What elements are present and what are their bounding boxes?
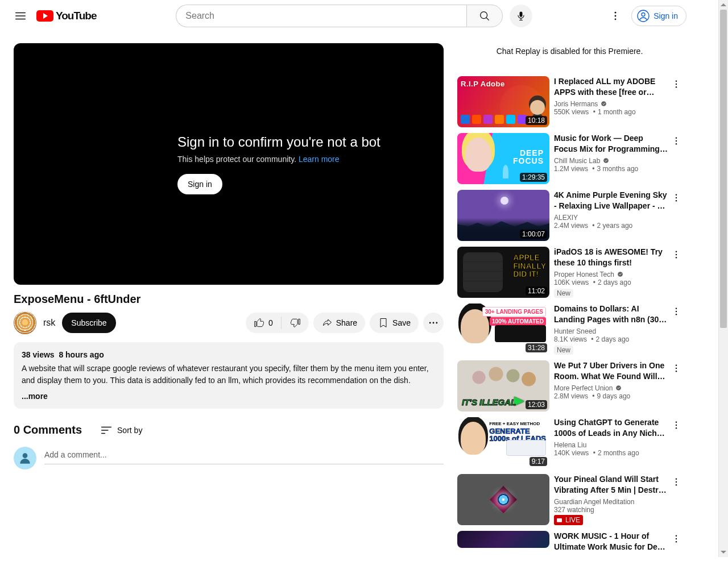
reco-channel[interactable]: Joris Hermans: [554, 100, 668, 108]
reco-meta: 550K views 1 month ago: [554, 108, 668, 116]
settings-kebab-button[interactable]: [604, 5, 627, 27]
player-bot-check: Sign in to confirm you're not a bot This…: [177, 134, 380, 194]
svg-point-20: [676, 197, 677, 198]
recommendation-item[interactable]: 11:02iPadOS 18 is AWESOME! Try these 10 …: [457, 247, 682, 298]
svg-point-3: [615, 15, 617, 17]
reco-channel[interactable]: Helena Liu: [554, 441, 668, 449]
reco-title: iPadOS 18 is AWESOME! Try these 10 thing…: [554, 247, 668, 268]
svg-point-11: [602, 101, 607, 106]
svg-point-12: [676, 81, 677, 82]
reco-channel[interactable]: Hunter Sneed: [554, 327, 668, 335]
save-button[interactable]: Save: [370, 313, 419, 333]
kebab-icon: [671, 534, 681, 544]
recommendation-item[interactable]: Your Pineal Gland Will Start Vibrating A…: [457, 474, 682, 525]
scroll-up-button[interactable]: [719, 0, 728, 10]
sort-button[interactable]: Sort by: [100, 424, 142, 436]
recommendation-item[interactable]: 1:29:35Music for Work — Deep Focus Mix f…: [457, 133, 682, 184]
reco-kebab-button[interactable]: [669, 134, 683, 148]
kebab-icon: [671, 250, 681, 260]
channel-name[interactable]: rsk: [43, 318, 55, 328]
reco-channel[interactable]: Chill Music Lab: [554, 157, 668, 165]
thumbnail[interactable]: 1:29:35: [457, 133, 549, 184]
reco-kebab-button[interactable]: [669, 418, 683, 432]
scrollbar[interactable]: [718, 0, 728, 557]
reco-title: I Replaced ALL my ADOBE APPS with these …: [554, 76, 668, 98]
svg-point-15: [604, 158, 609, 163]
svg-point-39: [676, 535, 677, 537]
recommendation-item[interactable]: WORK MUSIC - 1 Hour of Ultimate Work Mus…: [457, 531, 682, 555]
signin-label: Sign in: [653, 11, 678, 20]
recommendation-item[interactable]: 30+ LANDING PAGES100% AUTOMATED31:28Doma…: [457, 304, 682, 355]
reco-title: Your Pineal Gland Will Start Vibrating A…: [554, 474, 668, 496]
reco-meta: 2.8M views 9 days ago: [554, 392, 668, 400]
description-more-button[interactable]: ...more: [22, 390, 48, 402]
reco-channel[interactable]: Guardian Angel Meditation: [554, 498, 668, 506]
voice-search-button[interactable]: [510, 5, 532, 27]
reco-kebab-button[interactable]: [669, 77, 683, 91]
thumbnail[interactable]: 30+ LANDING PAGES100% AUTOMATED31:28: [457, 304, 549, 355]
reco-kebab-button[interactable]: [669, 248, 683, 261]
hamburger-menu-button[interactable]: [9, 5, 32, 27]
like-button[interactable]: 0: [246, 313, 281, 333]
reco-channel[interactable]: ALEXIY: [554, 214, 668, 222]
channel-avatar[interactable]: [14, 311, 36, 334]
duration-badge: 10:18: [526, 116, 547, 125]
reco-kebab-button[interactable]: [669, 475, 683, 489]
recommendation-item[interactable]: 12:03We Put 7 Uber Drivers in One Room. …: [457, 360, 682, 411]
thumbnail[interactable]: 10:18: [457, 76, 549, 127]
reco-meta: 8.1K views 2 days ago: [554, 335, 668, 343]
more-actions-button[interactable]: [423, 313, 444, 333]
svg-point-10: [23, 454, 28, 459]
svg-point-7: [429, 322, 431, 324]
video-player[interactable]: Sign in to confirm you're not a bot This…: [14, 43, 444, 285]
kebab-icon: [671, 477, 681, 487]
reco-kebab-button[interactable]: [669, 532, 683, 546]
premiere-note: Chat Replay is disabled for this Premier…: [457, 43, 682, 76]
recommendation-item[interactable]: FREE + EASY METHODGENERATE1000s of LEADS…: [457, 417, 682, 468]
reco-kebab-button[interactable]: [669, 361, 683, 375]
svg-point-24: [676, 254, 677, 255]
thumbnail[interactable]: [457, 474, 549, 525]
description-box[interactable]: 38 views 8 hours ago A website that will…: [14, 342, 444, 409]
comment-input[interactable]: [44, 447, 444, 464]
svg-point-16: [676, 138, 677, 139]
player-signin-button[interactable]: Sign in: [177, 174, 222, 194]
reco-kebab-button[interactable]: [669, 191, 683, 205]
reco-channel[interactable]: Proper Honest Tech: [554, 271, 668, 278]
thumbnail[interactable]: [457, 531, 549, 548]
signin-button[interactable]: Sign in: [631, 6, 686, 26]
user-icon: [18, 451, 32, 465]
logo[interactable]: YouTube: [32, 10, 104, 22]
search-icon: [478, 10, 491, 22]
dislike-button[interactable]: [282, 313, 309, 333]
bookmark-icon: [378, 317, 389, 329]
subscribe-button[interactable]: Subscribe: [62, 313, 115, 333]
reco-meta: 106K views 2 days ago: [554, 278, 668, 286]
svg-point-36: [676, 479, 677, 480]
scroll-down-button[interactable]: [719, 547, 728, 557]
thumbnail[interactable]: 12:03: [457, 360, 549, 411]
share-button[interactable]: Share: [313, 313, 365, 333]
thumbnail[interactable]: FREE + EASY METHODGENERATE1000s of LEADS…: [457, 417, 549, 468]
thumbnail[interactable]: 11:02: [457, 247, 549, 298]
verified-icon: [602, 157, 610, 164]
reco-kebab-button[interactable]: [669, 305, 683, 318]
svg-point-19: [676, 194, 677, 196]
recommendation-item[interactable]: 1:00:074K Anime Purple Evening Sky - Rel…: [457, 190, 682, 241]
duration-badge: 9:17: [530, 457, 547, 466]
duration-badge: 1:00:07: [520, 230, 547, 239]
thumbnail[interactable]: 1:00:07: [457, 190, 549, 241]
reco-meta: 1.2M views 3 months ago: [554, 165, 668, 173]
svg-point-28: [676, 314, 677, 315]
comment-add: [14, 447, 444, 469]
hamburger-icon: [14, 10, 27, 22]
kebab-icon: [671, 306, 681, 317]
learn-more-link[interactable]: Learn more: [299, 155, 340, 164]
search-button[interactable]: [466, 5, 503, 27]
search-input[interactable]: [176, 5, 466, 27]
reco-channel[interactable]: More Perfect Union: [554, 384, 668, 392]
scroll-thumb[interactable]: [720, 10, 727, 328]
primary-column: Sign in to confirm you're not a bot This…: [14, 43, 444, 469]
reco-title: Music for Work — Deep Focus Mix for Prog…: [554, 133, 668, 155]
recommendation-item[interactable]: 10:18I Replaced ALL my ADOBE APPS with t…: [457, 76, 682, 127]
